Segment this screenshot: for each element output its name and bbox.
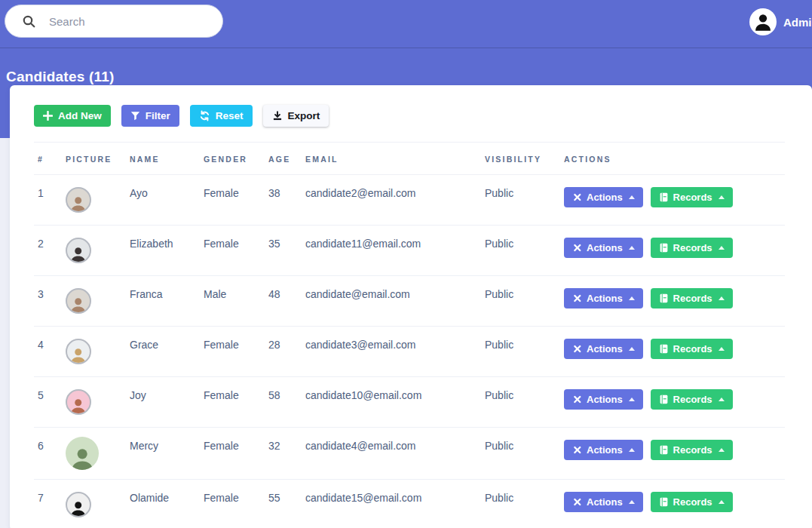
actions-dropdown-button[interactable]: Actions [564,288,643,309]
table-row: 1 Ayo Female 38 candidate2@email.com Pub… [34,175,785,226]
candidate-name: Ayo [126,175,200,226]
actions-label: Actions [587,394,623,405]
caret-up-icon [719,195,725,199]
caret-up-icon [719,398,725,401]
tools-icon [572,445,582,455]
candidate-gender: Male [200,276,265,327]
candidate-visibility: Public [481,175,560,226]
row-index: 7 [34,480,62,528]
actions-dropdown-button[interactable]: Actions [564,492,643,512]
column-header: AGE [265,143,302,175]
picture-cell [62,377,126,428]
actions-dropdown-button[interactable]: Actions [564,187,643,207]
records-label: Records [673,242,712,253]
records-dropdown-button[interactable]: Records [651,339,733,359]
column-header: VISIBILITY [481,143,560,175]
picture-cell [62,276,126,327]
records-dropdown-button[interactable]: Records [651,389,733,410]
user-menu[interactable]: Admin [749,8,812,35]
actions-dropdown-button[interactable]: Actions [564,339,643,359]
person-icon [69,499,87,516]
candidate-name: Mercy [126,428,200,480]
reset-label: Reset [216,110,244,121]
records-dropdown-button[interactable]: Records [651,492,733,512]
actions-label: Actions [587,192,623,203]
row-index: 5 [34,377,62,428]
person-icon [69,396,87,413]
candidate-visibility: Public [481,276,560,327]
candidate-email: candidate2@email.com [302,175,481,226]
book-icon [659,192,669,202]
actions-label: Actions [587,343,623,355]
candidate-gender: Female [200,480,265,528]
caret-up-icon [629,500,635,504]
caret-up-icon [719,246,725,250]
records-dropdown-button[interactable]: Records [651,238,733,258]
picture-cell [62,428,126,480]
row-index: 6 [34,428,62,480]
actions-cell: Actions Records [560,428,785,480]
actions-dropdown-button[interactable]: Actions [564,238,643,258]
search-bar[interactable] [5,5,223,38]
search-input[interactable] [47,14,191,29]
candidate-age: 58 [265,377,302,428]
reset-button[interactable]: Reset [190,105,253,127]
column-header: PICTURE [62,143,126,175]
add-new-button[interactable]: Add New [34,105,111,127]
candidate-name: Olamide [126,480,200,528]
candidate-visibility: Public [481,327,560,377]
filter-icon [130,111,140,121]
caret-up-icon [629,347,635,351]
actions-cell: Actions Records [560,480,785,528]
candidates-table-wrap: #PICTURENAMEGENDERAGEEMAILVISIBILITYACTI… [10,142,812,528]
candidate-avatar [66,288,91,314]
search-icon [23,15,35,28]
records-label: Records [673,444,712,456]
tools-icon [572,344,582,354]
candidate-avatar [66,187,91,213]
records-dropdown-button[interactable]: Records [651,187,733,207]
records-dropdown-button[interactable]: Records [651,288,733,309]
records-dropdown-button[interactable]: Records [651,440,733,460]
caret-up-icon [629,195,635,199]
actions-dropdown-button[interactable]: Actions [564,389,643,410]
candidate-visibility: Public [481,428,560,480]
table-body: 1 Ayo Female 38 candidate2@email.com Pub… [34,175,785,528]
candidate-email: candidate15@email.com [302,480,481,528]
row-index: 1 [34,175,62,226]
candidate-avatar [66,238,91,263]
caret-up-icon [629,398,635,401]
book-icon [659,344,669,354]
picture-cell [62,327,126,377]
records-label: Records [673,496,712,508]
table-row: 2 Elizabeth Female 35 candidate11@email.… [34,226,785,276]
add-new-label: Add New [58,110,102,121]
candidate-name: Elizabeth [126,226,200,276]
caret-up-icon [629,246,635,250]
page-title: Candidates (11) [6,69,806,85]
row-index: 4 [34,327,62,377]
row-index: 3 [34,276,62,327]
candidate-age: 48 [265,276,302,327]
column-header: ACTIONS [560,143,785,175]
book-icon [659,497,669,507]
candidate-email: candidate4@email.com [302,428,481,480]
export-button[interactable]: Export [263,105,329,127]
actions-dropdown-button[interactable]: Actions [564,440,643,460]
table-row: 4 Grace Female 28 candidate3@email.com P… [34,327,785,377]
records-label: Records [673,192,712,203]
tools-icon [572,394,582,404]
reset-icon [199,110,210,121]
candidate-gender: Female [200,327,265,377]
candidate-visibility: Public [481,480,560,528]
filter-label: Filter [146,110,170,121]
candidate-avatar [66,492,91,517]
candidate-age: 28 [265,327,302,377]
table-header-row: #PICTURENAMEGENDERAGEEMAILVISIBILITYACTI… [34,143,785,175]
filter-button[interactable]: Filter [121,105,179,127]
person-icon [69,244,87,262]
tools-icon [572,192,582,202]
top-navbar: Admin [0,0,812,48]
column-header: EMAIL [302,143,481,175]
candidate-name: Grace [126,327,200,377]
